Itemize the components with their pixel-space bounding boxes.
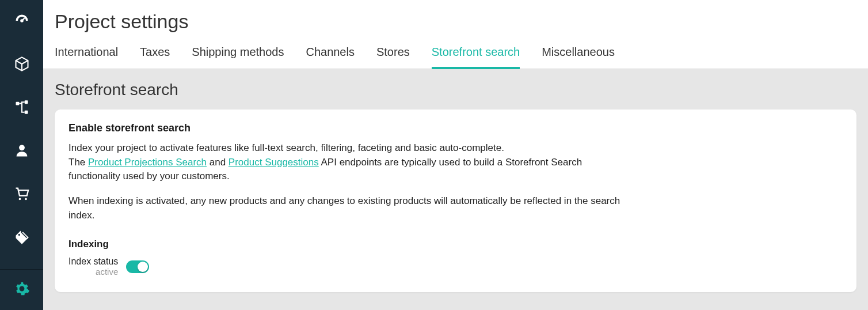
card-text: Index your project to activate features … (68, 142, 504, 153)
tabs: International Taxes Shipping methods Cha… (55, 46, 856, 69)
content: Storefront search Enable storefront sear… (43, 69, 868, 304)
svg-rect-4 (24, 110, 28, 114)
tab-shipping-methods[interactable]: Shipping methods (192, 46, 284, 69)
index-status-text: Index status active (68, 256, 118, 277)
svg-point-7 (25, 198, 27, 200)
index-status-value: active (68, 267, 118, 277)
sidebar-item-settings[interactable] (0, 270, 43, 310)
card-heading: Enable storefront search (68, 122, 843, 134)
toggle-knob (138, 262, 148, 272)
svg-point-8 (18, 233, 20, 235)
sidebar-item-discounts[interactable] (0, 216, 43, 259)
sidebar-item-dashboard[interactable] (0, 0, 43, 43)
storefront-search-card: Enable storefront search Index your proj… (55, 109, 856, 292)
tab-storefront-search[interactable]: Storefront search (432, 46, 520, 69)
section-title: Storefront search (55, 81, 856, 99)
page-title: Project settings (55, 10, 856, 33)
card-paragraph-2: When indexing is activated, any new prod… (68, 194, 621, 222)
tab-channels[interactable]: Channels (306, 46, 355, 69)
link-product-projections-search[interactable]: Product Projections Search (88, 157, 207, 168)
svg-line-1 (22, 18, 25, 21)
svg-rect-3 (24, 100, 28, 104)
sidebar-item-customers[interactable] (0, 130, 43, 173)
sidebar-item-products[interactable] (0, 43, 43, 86)
tab-miscellaneous[interactable]: Miscellaneous (542, 46, 615, 69)
sidebar-item-orders[interactable] (0, 173, 43, 216)
settings-icon (14, 281, 30, 299)
link-product-suggestions[interactable]: Product Suggestions (229, 157, 319, 168)
indexing-toggle[interactable] (126, 260, 149, 273)
card-text: and (207, 157, 229, 168)
card-body: Index your project to activate features … (68, 141, 621, 222)
indexing-subheading: Indexing (68, 239, 843, 250)
sidebar (0, 0, 43, 310)
card-text: The (68, 157, 88, 168)
main-area: Project settings International Taxes Shi… (43, 0, 868, 310)
tab-stores[interactable]: Stores (376, 46, 410, 69)
svg-rect-2 (16, 101, 19, 105)
index-status-label: Index status (68, 256, 118, 267)
dashboard-icon (14, 13, 30, 31)
orders-icon (14, 186, 30, 204)
svg-point-5 (19, 145, 25, 150)
tab-taxes[interactable]: Taxes (140, 46, 170, 69)
discounts-icon (14, 229, 30, 247)
tab-international[interactable]: International (55, 46, 118, 69)
header: Project settings International Taxes Shi… (43, 0, 868, 69)
svg-point-6 (18, 198, 21, 200)
sidebar-item-categories[interactable] (0, 86, 43, 130)
categories-icon (14, 99, 30, 118)
customers-icon (14, 142, 30, 161)
index-status-row: Index status active (68, 256, 843, 277)
card-paragraph-1: Index your project to activate features … (68, 141, 621, 184)
products-icon (14, 56, 30, 74)
